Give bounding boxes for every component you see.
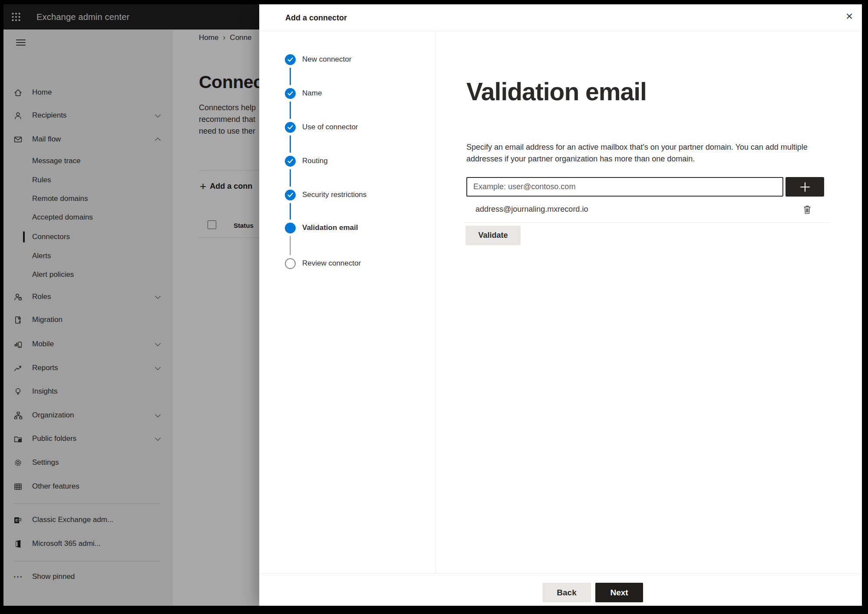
step-label: Use of connector <box>302 123 358 131</box>
step-upcoming-icon <box>285 258 296 269</box>
step-use-of-connector[interactable]: Use of connector <box>285 121 358 133</box>
step-complete-icon <box>285 190 296 200</box>
step-label: New connector <box>302 55 351 64</box>
panel-title: Add a connector <box>285 4 347 31</box>
step-connector-line <box>290 68 291 85</box>
trash-icon <box>803 204 812 215</box>
step-review-connector[interactable]: Review connector <box>285 258 361 269</box>
wizard-stepper <box>259 31 436 573</box>
step-label: Security restrictions <box>302 190 366 199</box>
validation-email-input[interactable] <box>466 177 783 197</box>
plus-icon <box>798 180 812 194</box>
delete-address-button[interactable] <box>800 203 814 217</box>
step-label: Validation email <box>302 223 358 232</box>
panel-footer: Back Next <box>259 573 862 606</box>
add-email-button[interactable] <box>785 177 824 197</box>
step-connector-line <box>290 102 291 119</box>
step-complete-icon <box>285 54 296 65</box>
step-connector-line <box>290 135 291 153</box>
panel-header: Add a connector ✕ <box>259 4 862 31</box>
step-new-connector[interactable]: New connector <box>285 54 351 65</box>
step-complete-icon <box>285 88 296 99</box>
validate-button[interactable]: Validate <box>465 226 521 245</box>
next-button[interactable]: Next <box>595 583 643 602</box>
back-button[interactable]: Back <box>542 583 591 602</box>
step-complete-icon <box>285 156 296 167</box>
add-connector-panel: Add a connector ✕ New connector Name Use… <box>259 4 862 606</box>
step-name[interactable]: Name <box>285 88 322 99</box>
screen: Exchange admin center Home Recipients Ma… <box>3 4 862 606</box>
step-routing[interactable]: Routing <box>285 155 328 167</box>
step-connector-line <box>290 169 291 187</box>
step-connector-line <box>290 236 291 255</box>
step-connector-line <box>290 203 291 220</box>
step-heading: Validation email <box>466 77 647 106</box>
step-security-restrictions[interactable]: Security restrictions <box>285 189 366 200</box>
step-validation-email[interactable]: Validation email <box>285 222 358 233</box>
step-label: Review connector <box>302 259 361 268</box>
step-current-icon <box>285 223 296 233</box>
close-icon[interactable]: ✕ <box>842 9 857 24</box>
address-row-divider <box>463 222 830 223</box>
step-label: Name <box>302 89 322 98</box>
added-email-address: address@journaling.mxrecord.io <box>475 205 588 214</box>
step-description: Specify an email address for an active m… <box>466 141 809 165</box>
step-complete-icon <box>285 122 296 133</box>
step-label: Routing <box>302 157 328 165</box>
